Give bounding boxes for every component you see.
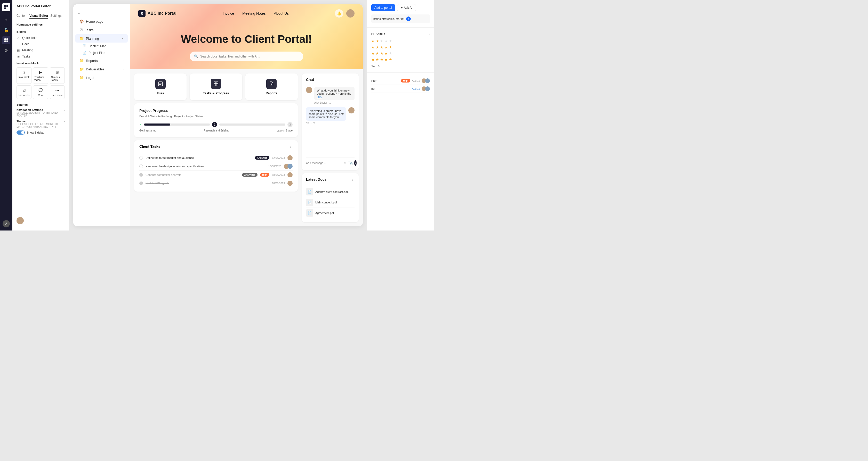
user-avatar-icon[interactable]: A — [3, 220, 10, 227]
priority-expand-icon[interactable]: › — [429, 32, 430, 36]
chat-bubble-1: What do you think on new design options?… — [314, 87, 354, 100]
task-checkbox-2[interactable] — [140, 164, 143, 168]
insert-grid: ℹ Info block ▶ YouTube video ⊞ Nimbus Ta… — [17, 67, 65, 99]
doc-item-2[interactable]: 📄 Main concept.pdf — [306, 197, 354, 208]
nimbus-tasks-icon: ⊞ — [55, 70, 60, 75]
tab-visual-editor[interactable]: Visual Editor — [29, 13, 48, 19]
legal-arrow-icon: › — [123, 76, 124, 79]
search-icon: 🔍 — [194, 55, 198, 58]
show-sidebar-toggle[interactable] — [17, 130, 25, 135]
block-docs[interactable]: ☰ Docs — [12, 41, 69, 47]
high-badge-1: High — [401, 79, 410, 83]
bell-button[interactable]: 🔔 — [335, 9, 343, 18]
theme-settings-item[interactable]: Theme CHOOSE COLORS AND MORE TO MATCH YO… — [17, 120, 65, 128]
app-logo-icon[interactable] — [2, 3, 10, 11]
star-4-1: ★ — [371, 58, 375, 62]
chat-emoji-button[interactable]: ☺ — [343, 161, 347, 165]
block-meeting[interactable]: ▦ Meeting — [12, 47, 69, 53]
star-2-1: ★ — [371, 45, 375, 49]
project-progress-subtitle: Brand & Website Redesign Project - Proje… — [140, 115, 292, 118]
insert-youtube[interactable]: ▶ YouTube video — [33, 67, 48, 84]
doc-item-1[interactable]: 📄 Agency client contract.doc — [306, 187, 354, 197]
progress-badge-3: 3 — [287, 122, 292, 127]
portal-main: ABC Inc Portal Invoice Meeting Notes Abo… — [130, 4, 363, 226]
sidebar-item-tasks[interactable]: ☑ Tasks — [75, 26, 128, 34]
star-3-5: ★ — [389, 51, 392, 56]
task-checkbox-1[interactable] — [140, 156, 143, 160]
insert-block-title: Insert new block — [17, 62, 65, 65]
task-date-3: 18/08/2023 — [272, 173, 285, 176]
nav-meeting-notes[interactable]: Meeting Notes — [242, 11, 266, 15]
sidebar-item-reports[interactable]: 📁 Reports › — [75, 57, 128, 65]
left-panel-avatar[interactable] — [17, 217, 24, 224]
insert-info-block[interactable]: ℹ Info block — [17, 67, 31, 84]
portal-logo: ABC Inc Portal — [138, 10, 177, 17]
sidebar-item-deliverables[interactable]: 📁 Deliverables › — [75, 65, 128, 73]
preview-text: keting strategies, market 4 — [371, 14, 430, 23]
priority-title: PRIORITY — [371, 32, 386, 35]
quick-card-tasks-progress[interactable]: Tasks & Progress — [190, 73, 242, 100]
star-2-5: ★ — [389, 45, 392, 49]
task-avatars-2 — [284, 164, 292, 169]
tab-settings[interactable]: Settings — [50, 13, 61, 19]
docs-more-button[interactable]: ⋮ — [350, 178, 354, 183]
nav-invoice[interactable]: Invoice — [223, 11, 234, 15]
nav-about-us[interactable]: About Us — [274, 11, 289, 15]
tab-content[interactable]: Content — [17, 13, 27, 19]
sidebar-collapse-button[interactable]: « — [73, 8, 130, 17]
insert-chat[interactable]: 💬 Chat — [33, 85, 48, 99]
right-panel: Add to portal ✦ Ask AI keting strategies… — [367, 0, 434, 230]
show-sidebar-label: Show Sidebar — [27, 131, 44, 134]
nav-lock-icon[interactable]: 🔒 — [2, 26, 10, 34]
deliverables-icon: 📁 — [80, 67, 84, 71]
sidebar-sub-project-plan[interactable]: 📄 Project Plan — [73, 50, 130, 56]
chat-attach-button[interactable]: 📎 — [348, 161, 353, 165]
youtube-icon: ▶ — [38, 70, 43, 75]
sidebar-sub-content-plan[interactable]: 📄 Content Plan — [73, 43, 130, 50]
chat-input[interactable] — [306, 161, 342, 164]
insert-nimbus-tasks[interactable]: ⊞ Nimbus Tasks — [50, 67, 65, 84]
star-3-4: ★ — [384, 51, 388, 56]
sidebar-item-homepage[interactable]: 🏠 Home page — [75, 17, 128, 26]
doc-item-3[interactable]: 📄 Agreement.pdf — [306, 208, 354, 218]
sidebar-item-planning[interactable]: 📁 Planning ▾ — [75, 34, 128, 42]
info-block-icon: ℹ — [22, 70, 27, 75]
add-to-portal-button[interactable]: Add to portal — [371, 4, 395, 11]
nav-add-icon[interactable]: ＋ — [2, 15, 10, 24]
task-item-3: Conduct competitor analysis Analytrics H… — [140, 171, 292, 179]
header-user-avatar[interactable] — [346, 9, 354, 18]
nav-portal-icon[interactable] — [2, 36, 10, 44]
chat-sender-2: You · 2h — [306, 122, 346, 125]
chat-message-2: Everything is great! I have some points … — [306, 107, 354, 125]
see-more-icon: ••• — [55, 88, 60, 93]
latest-docs-title: Latest Docs — [306, 177, 327, 182]
chat-sender-1: Alex Lovter · 1h — [314, 101, 354, 104]
blocks-section-title: Blocks — [12, 27, 69, 35]
task-checkbox-4[interactable] — [140, 182, 143, 185]
block-tasks[interactable]: ⊞ Tasks — [12, 53, 69, 60]
planning-arrow-icon: ▾ — [122, 37, 124, 40]
star-4-4: ★ — [384, 58, 388, 62]
quick-card-reports[interactable]: Reports — [245, 73, 298, 100]
insert-requests[interactable]: ☑ Requests — [17, 85, 31, 99]
task-date-2: 16/08/2023 — [268, 165, 281, 168]
search-input[interactable] — [200, 55, 299, 58]
nav-settings-icon[interactable]: ⚙ — [2, 46, 10, 55]
chat-link[interactable]: link. — [317, 95, 322, 98]
client-tasks-title: Client Tasks — [140, 144, 160, 149]
tasks-more-button[interactable]: ⋮ — [288, 145, 292, 150]
chat-avatar-alex — [306, 87, 312, 93]
nav-settings-arrow: › — [64, 108, 65, 112]
legal-icon: 📁 — [80, 75, 84, 80]
quick-card-files[interactable]: Files — [134, 73, 187, 100]
insert-see-more[interactable]: ••• See more — [50, 85, 65, 99]
ask-ai-button[interactable]: ✦ Ask AI — [397, 4, 416, 11]
nav-settings-item[interactable]: Navigation Settings MANAGE SIDEBAR, TOPB… — [17, 108, 65, 117]
search-bar[interactable]: 🔍 — [190, 52, 303, 61]
star-row-3: ★ ★ ★ ★ ★ — [371, 51, 430, 56]
task-checkbox-3[interactable] — [140, 173, 143, 176]
notification-badge: 4 — [406, 17, 411, 21]
chat-send-button[interactable]: ➤ — [354, 160, 356, 166]
sidebar-item-legal[interactable]: 📁 Legal › — [75, 73, 128, 82]
block-quicklinks[interactable]: ◇ Quick links — [12, 35, 69, 41]
